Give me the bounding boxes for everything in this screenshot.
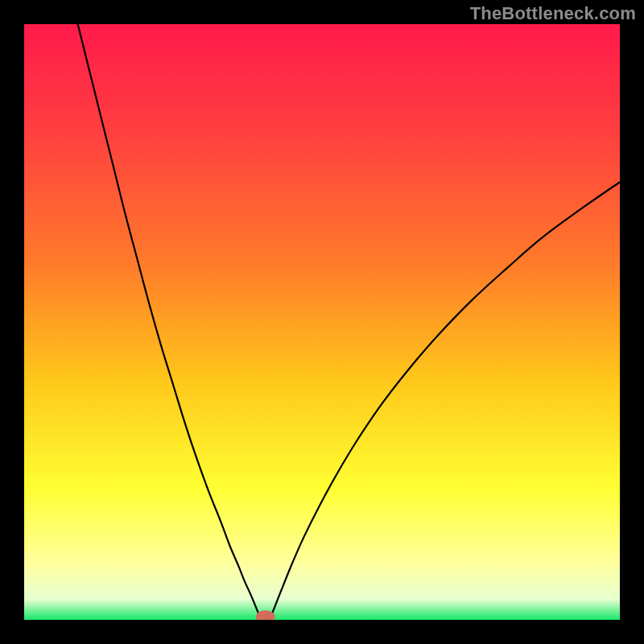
gradient-background <box>24 24 620 620</box>
watermark-text: TheBottleneck.com <box>470 3 636 24</box>
bottleneck-chart <box>24 24 620 620</box>
chart-frame <box>24 24 620 620</box>
